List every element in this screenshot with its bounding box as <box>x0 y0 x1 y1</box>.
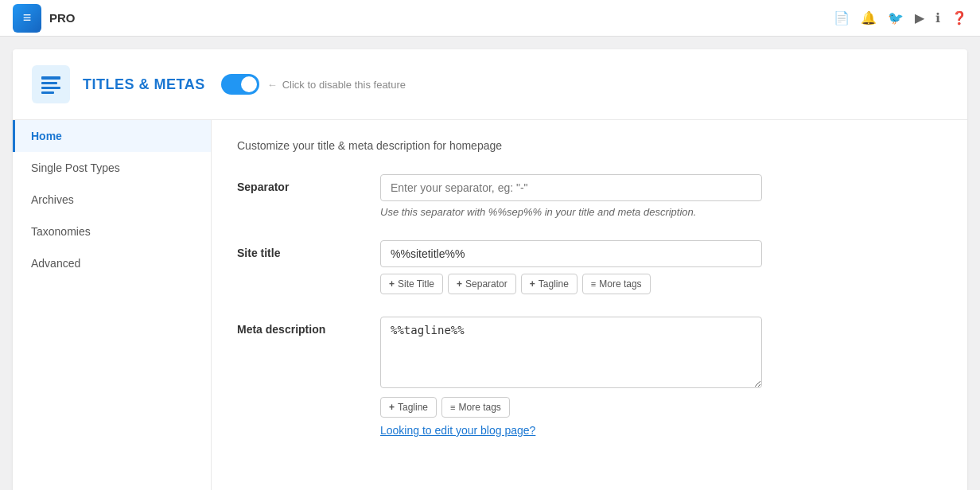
meta-description-textarea[interactable]: %%tagline%% <box>380 317 762 388</box>
separator-field: Use this separator with %%sep%% in your … <box>380 174 942 218</box>
blog-page-link[interactable]: Looking to edit your blog page? <box>380 424 535 437</box>
content-subtitle: Customize your title & meta description … <box>237 139 942 152</box>
logo-icon: ≡ <box>23 10 32 26</box>
sidebar-item-advanced[interactable]: Advanced <box>13 247 211 279</box>
app-title: PRO <box>49 11 76 25</box>
meta-description-field: %%tagline%% + Tagline ≡ More tags Lookin… <box>380 317 942 437</box>
meta-tag-tagline-btn[interactable]: + Tagline <box>380 397 437 418</box>
top-nav: ≡ PRO 📄 🔔 🐦 ▶ ℹ ❓ <box>0 0 980 37</box>
video-icon[interactable]: ▶ <box>915 10 924 25</box>
doc-icon[interactable]: 📄 <box>834 10 850 25</box>
separator-row: Separator Use this separator with %%sep%… <box>237 174 942 218</box>
svg-rect-3 <box>41 91 54 94</box>
toggle-wrapper: ← Click to disable this feature <box>221 74 406 95</box>
main-container: TITLES & METAS ← Click to disable this f… <box>13 49 967 490</box>
body-layout: Home Single Post Types Archives Taxonomi… <box>13 120 967 490</box>
nav-icons: 📄 🔔 🐦 ▶ ℹ ❓ <box>834 10 967 25</box>
feature-toggle[interactable] <box>221 74 259 95</box>
toggle-hint: ← Click to disable this feature <box>267 79 406 91</box>
titles-metas-icon <box>40 73 62 95</box>
site-title-label: Site title <box>237 240 364 259</box>
feature-header: TITLES & METAS ← Click to disable this f… <box>13 49 967 120</box>
meta-description-label: Meta description <box>237 317 364 336</box>
svg-rect-1 <box>41 82 57 84</box>
help-icon[interactable]: ❓ <box>951 10 967 25</box>
site-title-field: + Site Title + Separator + Tagline ≡ <box>380 240 942 294</box>
tag-separator-btn[interactable]: + Separator <box>448 274 516 294</box>
svg-rect-2 <box>41 87 60 89</box>
twitter-icon[interactable]: 🐦 <box>888 10 904 25</box>
content-area: Customize your title & meta description … <box>212 120 967 490</box>
tag-more-tags-btn[interactable]: ≡ More tags <box>582 274 651 294</box>
feature-title: TITLES & METAS <box>83 76 205 93</box>
arrow-icon: ← <box>267 79 278 91</box>
meta-tag-more-tags-btn[interactable]: ≡ More tags <box>441 397 510 418</box>
app-logo[interactable]: ≡ <box>13 4 41 33</box>
nav-left: ≡ PRO <box>13 4 76 33</box>
sidebar-item-taxonomies[interactable]: Taxonomies <box>13 216 211 247</box>
separator-hint: Use this separator with %%sep%% in your … <box>380 206 942 218</box>
svg-rect-0 <box>41 76 60 80</box>
separator-label: Separator <box>237 174 364 193</box>
tag-tagline-btn[interactable]: + Tagline <box>521 274 578 294</box>
sidebar-item-home[interactable]: Home <box>13 120 211 152</box>
meta-description-tags: + Tagline ≡ More tags <box>380 397 942 418</box>
info-icon[interactable]: ℹ <box>935 10 940 25</box>
feature-icon <box>32 65 70 103</box>
bell-icon[interactable]: 🔔 <box>861 10 877 25</box>
site-title-tags: + Site Title + Separator + Tagline ≡ <box>380 274 942 294</box>
site-title-row: Site title + Site Title + Separator <box>237 240 942 294</box>
meta-description-row: Meta description %%tagline%% + Tagline ≡… <box>237 317 942 437</box>
sidebar-item-single-post-types[interactable]: Single Post Types <box>13 152 211 184</box>
separator-input[interactable] <box>380 174 762 201</box>
tag-site-title-btn[interactable]: + Site Title <box>380 274 443 294</box>
sidebar-item-archives[interactable]: Archives <box>13 184 211 216</box>
site-title-input[interactable] <box>380 240 762 267</box>
sidebar: Home Single Post Types Archives Taxonomi… <box>13 120 212 490</box>
